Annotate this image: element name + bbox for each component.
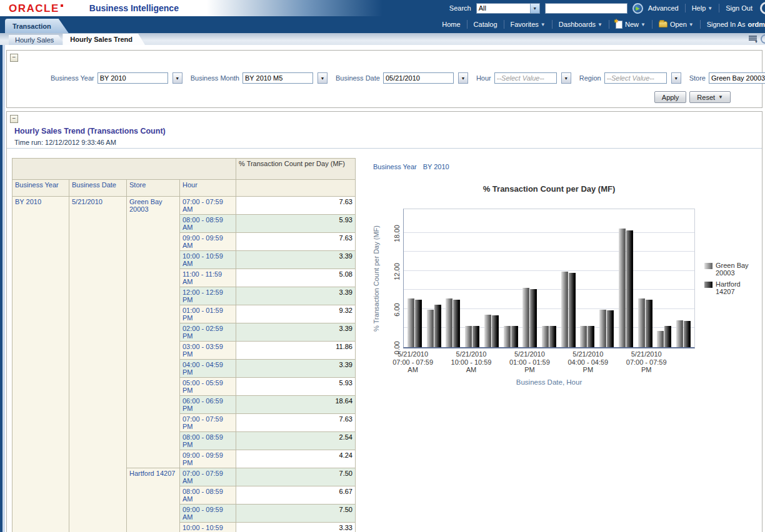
search-input[interactable] — [545, 3, 628, 14]
cell-hour: 03:00 - 03:59 PM — [180, 342, 236, 360]
cell-hour: 07:00 - 07:59 PM — [180, 414, 236, 432]
bar-group — [616, 229, 636, 347]
bar-green-bay-20003[interactable] — [676, 320, 683, 347]
bar-green-bay-20003[interactable] — [427, 310, 434, 347]
bar-green-bay-20003[interactable] — [638, 298, 645, 347]
bar-green-bay-20003[interactable] — [408, 298, 414, 347]
filter-value-input[interactable]: BY 2010 — [98, 72, 168, 84]
filter-dropdown-icon[interactable]: ▼ — [458, 72, 468, 84]
filter-value-input[interactable]: 05/21/2010 — [383, 72, 454, 84]
nav-link-dashboards[interactable]: Dashboards▼ — [559, 21, 602, 28]
bar-hartford-14207[interactable] — [607, 310, 614, 347]
collapse-filters-icon[interactable]: − — [10, 54, 18, 62]
bar-green-bay-20003[interactable] — [542, 326, 549, 348]
open-folder-icon — [659, 21, 668, 27]
bar-green-bay-20003[interactable] — [657, 331, 664, 347]
bar-green-bay-20003[interactable] — [484, 315, 491, 347]
column-header-hour: Hour — [180, 180, 236, 197]
filter-label: Business Date — [336, 74, 380, 82]
bar-green-bay-20003[interactable] — [599, 310, 606, 347]
cell-hour: 08:00 - 08:59 AM — [180, 215, 236, 233]
nav-link-home[interactable]: Home — [442, 21, 460, 28]
page-options-icon[interactable]: ▼ — [749, 36, 757, 42]
cell-hour: 08:00 - 08:59 PM — [180, 432, 236, 450]
cell-value: 5.93 — [236, 215, 356, 233]
dashboard-tab-transaction[interactable]: Transaction — [5, 19, 69, 33]
search-scope-select[interactable]: All ▼ — [476, 3, 540, 14]
cell-hour: 01:00 - 01:59 PM — [180, 305, 236, 323]
product-title: Business Intelligence — [89, 3, 179, 13]
filter-value-input[interactable]: BY 2010 M5 — [242, 72, 313, 84]
cell-hour: 05:00 - 05:59 PM — [180, 378, 236, 396]
cell-hour: 02:00 - 02:59 PM — [180, 323, 236, 342]
bar-hartford-14207[interactable] — [492, 315, 499, 347]
sign-out-link[interactable]: Sign Out — [726, 4, 752, 12]
bar-hartford-14207[interactable] — [569, 273, 576, 347]
chevron-down-icon: ▼ — [641, 22, 646, 27]
new-menu[interactable]: New▼ — [616, 21, 646, 29]
filter-row: Business YearBY 2010▼Business MonthBY 20… — [51, 72, 756, 84]
tab-hourly-sales[interactable]: Hourly Sales — [9, 35, 65, 45]
filter-dropdown-icon[interactable]: ▼ — [172, 72, 182, 84]
tick-line: 04:00 - 04:59 — [558, 358, 619, 367]
bar-hartford-14207[interactable] — [549, 326, 556, 347]
bar-hartford-14207[interactable] — [472, 326, 479, 347]
bar-hartford-14207[interactable] — [626, 230, 633, 347]
tab-hourly-sales-trend[interactable]: Hourly Sales Trend — [62, 34, 145, 45]
bar-hartford-14207[interactable] — [664, 326, 671, 347]
bar-green-bay-20003[interactable] — [580, 326, 587, 348]
collapse-results-icon[interactable]: − — [10, 115, 18, 123]
legend-swatch — [704, 282, 712, 288]
cell-hour: 10:00 - 10:59 AM — [180, 251, 236, 269]
bar-green-bay-20003[interactable] — [504, 326, 511, 348]
tick-line: 01:00 - 01:59 — [499, 358, 560, 367]
help-circle-icon[interactable] — [760, 2, 765, 14]
filter-value-input[interactable]: --Select Value-- — [604, 72, 667, 84]
bar-green-bay-20003[interactable] — [561, 272, 568, 347]
filter-buttons: Apply Reset▼ — [654, 91, 731, 103]
reset-button[interactable]: Reset▼ — [689, 91, 731, 103]
bar-group — [674, 320, 693, 347]
filter-dropdown-icon[interactable]: ▼ — [318, 72, 328, 84]
search-scope-dropdown-icon[interactable]: ▼ — [530, 4, 539, 13]
bar-green-bay-20003[interactable] — [619, 229, 626, 347]
legend-swatch — [704, 263, 712, 269]
bar-hartford-14207[interactable] — [511, 326, 518, 347]
filter-label: Hour — [476, 74, 491, 82]
bar-hartford-14207[interactable] — [530, 289, 537, 347]
bar-hartford-14207[interactable] — [684, 321, 691, 348]
bar-hartford-14207[interactable] — [415, 300, 422, 347]
page-tabs: Hourly SalesHourly Sales Trend — [9, 34, 142, 45]
bar-green-bay-20003[interactable] — [522, 288, 529, 347]
open-menu[interactable]: Open▼ — [659, 21, 694, 28]
cell-value: 2.54 — [236, 432, 356, 450]
filter-value-input[interactable]: --Select Value-- — [494, 72, 557, 84]
divider — [7, 148, 762, 149]
bar-group — [424, 305, 444, 347]
bar-green-bay-20003[interactable] — [465, 326, 472, 348]
bar-hartford-14207[interactable] — [453, 300, 460, 347]
filter-dropdown-icon[interactable]: ▼ — [561, 72, 571, 84]
bar-hartford-14207[interactable] — [434, 305, 441, 347]
tick-line: PM — [616, 366, 677, 374]
column-header-business-date: Business Date — [69, 180, 127, 197]
filter-value-input[interactable]: Green Bay 20003;Har — [709, 72, 765, 84]
apply-button[interactable]: Apply — [654, 91, 687, 103]
search-go-icon[interactable]: ▶ — [632, 3, 643, 14]
cell-hour: 10:00 - 10:59 AM — [180, 523, 236, 532]
legend-label: Hartford14207 — [716, 280, 741, 296]
nav-link-catalog[interactable]: Catalog — [474, 21, 498, 28]
edge-circle-icon[interactable] — [761, 34, 765, 44]
nav-link-favorites[interactable]: Favorites▼ — [511, 21, 546, 28]
bar-hartford-14207[interactable] — [646, 300, 652, 347]
bar-group — [559, 272, 578, 347]
chevron-down-icon: ▼ — [541, 22, 546, 27]
bar-green-bay-20003[interactable] — [446, 298, 452, 347]
time-run-label: Time run: 12/12/2012 9:33:46 AM — [14, 139, 116, 146]
cell-value: 7.63 — [236, 233, 356, 251]
tick-line: 07:00 - 07:59 — [616, 358, 677, 367]
advanced-link[interactable]: Advanced — [648, 4, 679, 12]
bar-hartford-14207[interactable] — [588, 326, 594, 347]
filter-dropdown-icon[interactable]: ▼ — [671, 72, 681, 84]
help-menu[interactable]: Help▼ — [692, 4, 713, 12]
